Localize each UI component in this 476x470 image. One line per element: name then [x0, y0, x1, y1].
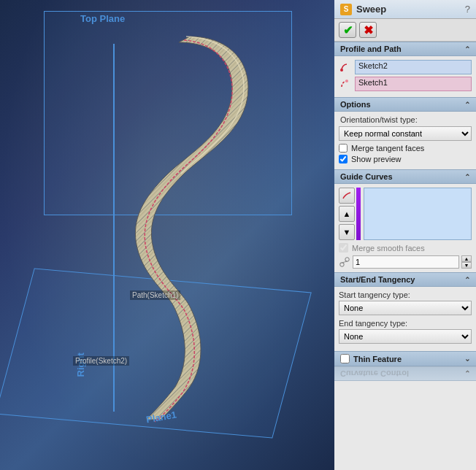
options-title: Options	[340, 100, 371, 109]
guide-curves-content: ▲ ▼ Merge smooth faces 1 ▲ ▼	[334, 184, 476, 272]
panel-title: Sweep	[356, 4, 386, 15]
color-bar	[356, 188, 361, 240]
start-end-tangency-header: Start/End Tangency ⌃	[334, 272, 476, 287]
options-collapse-icon[interactable]: ⌃	[464, 101, 470, 109]
guide-curves-section-header: Guide Curves ⌃	[334, 169, 476, 184]
merge-smooth-checkbox[interactable]	[339, 243, 348, 253]
end-tangency-label: End tangency type:	[339, 319, 472, 328]
guide-curves-title: Guide Curves	[340, 172, 393, 181]
ok-button[interactable]: ✔	[339, 22, 356, 38]
svg-point-6	[345, 258, 349, 261]
start-end-tangency-content: Start tangency type: None End tangency t…	[334, 287, 476, 351]
profile-path-title: Profile and Path	[340, 45, 402, 53]
start-end-tangency-title: Start/End Tangency	[340, 275, 415, 284]
merge-smooth-label: Merge smooth faces	[352, 244, 425, 253]
guide-down-button[interactable]: ▼	[339, 224, 355, 240]
orientation-select[interactable]: Keep normal constant	[339, 126, 472, 141]
start-tangency-select[interactable]: None	[339, 301, 472, 315]
orientation-label: Orientation/twist type:	[339, 115, 472, 124]
merge-tangent-row: Merge tangent faces	[339, 144, 472, 153]
cancel-crossmark: ✖	[364, 23, 373, 37]
options-section-header: Options ⌃	[334, 97, 476, 112]
merge-tangent-checkbox[interactable]	[339, 144, 348, 153]
tangency-icon	[339, 255, 350, 269]
thin-feature-header: Thin Feature ⌄	[334, 351, 476, 366]
show-preview-checkbox[interactable]	[339, 155, 348, 163]
profile-path-content: Sketch2 Sketch1	[334, 56, 476, 97]
svg-point-5	[340, 263, 344, 266]
options-content: Orientation/twist type: Keep normal cons…	[334, 112, 476, 169]
guide-buttons: ▲ ▼	[339, 188, 355, 240]
panel-title-icon: S	[340, 4, 352, 15]
panel-title-row: S Sweep	[340, 4, 386, 15]
sketch2-row: Sketch2	[339, 60, 472, 74]
start-end-tangency-collapse-icon[interactable]: ⌃	[464, 276, 470, 284]
profile-label: Profile(Sketch2)	[73, 356, 129, 366]
spin-up-button[interactable]: ▲	[461, 255, 472, 262]
curvature-control-title: Curvature Control	[340, 369, 409, 378]
sweep-panel: S Sweep ? ✔ ✖ Profile and Path ⌃	[334, 0, 476, 470]
curvature-control-header: Curvature Control ⌄	[334, 366, 476, 381]
show-preview-label: Show preview	[351, 155, 401, 163]
help-icon[interactable]: ?	[465, 4, 470, 15]
sketch2-field[interactable]: Sketch2	[355, 60, 472, 74]
spin-down-button[interactable]: ▼	[461, 262, 472, 269]
thin-feature-checkbox[interactable]	[340, 354, 350, 363]
profile-path-section-header: Profile and Path ⌃	[334, 42, 476, 56]
show-preview-row: Show preview	[339, 155, 472, 163]
thin-feature-label: Thin Feature	[353, 355, 402, 363]
spin-buttons: ▲ ▼	[461, 255, 472, 269]
sketch1-icon[interactable]	[339, 77, 352, 90]
guide-up-button[interactable]: ▲	[339, 206, 355, 222]
3d-viewport[interactable]: Top Plane Right Plane1 Path(Sketch1) Pro…	[0, 0, 334, 470]
number-row: 1 ▲ ▼	[339, 255, 472, 269]
guide-list-area[interactable]	[364, 188, 472, 240]
svg-point-3	[340, 69, 343, 72]
thin-feature-collapse-icon[interactable]: ⌄	[464, 355, 470, 363]
cancel-button[interactable]: ✖	[359, 22, 377, 38]
ok-checkmark: ✔	[343, 23, 353, 37]
curvature-control-collapse-icon[interactable]: ⌄	[464, 370, 470, 378]
panel-buttons: ✔ ✖	[334, 19, 476, 42]
svg-point-4	[345, 80, 348, 82]
thin-feature-row: Thin Feature	[340, 354, 402, 363]
guide-curves-inner-row: ▲ ▼	[339, 188, 472, 240]
guide-curves-collapse-icon[interactable]: ⌃	[464, 173, 470, 181]
start-tangency-label: Start tangency type:	[339, 290, 472, 299]
sketch1-row: Sketch1	[339, 77, 472, 91]
sketch2-icon[interactable]	[339, 61, 352, 74]
number-input[interactable]: 1	[353, 255, 459, 269]
panel-header: S Sweep ?	[334, 0, 476, 19]
merge-tangent-label: Merge tangent faces	[351, 144, 424, 153]
top-plane-label: Top Plane	[80, 13, 125, 24]
svg-line-7	[342, 261, 347, 263]
merge-smooth-row: Merge smooth faces	[339, 243, 472, 253]
path-label: Path(Sketch1)	[130, 290, 180, 300]
profile-path-collapse-icon[interactable]: ⌃	[464, 45, 470, 53]
sweep-shape	[73, 15, 277, 438]
end-tangency-select[interactable]: None	[339, 329, 472, 344]
sketch1-field[interactable]: Sketch1	[355, 77, 472, 91]
guide-add-curve-button[interactable]	[339, 188, 355, 204]
